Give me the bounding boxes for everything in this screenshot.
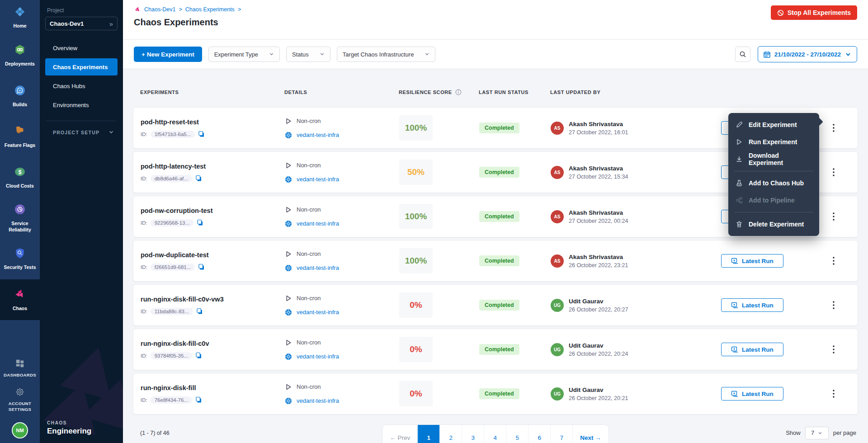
status-filter[interactable]: Status [286, 47, 330, 62]
infrastructure-link[interactable]: vedant-test-infra [297, 176, 339, 183]
details-cell: Non-cron vedant-test-infra [285, 118, 399, 139]
row-menu-button[interactable] [827, 210, 840, 223]
date-range-picker[interactable]: 21/10/2022 - 27/10/2022 [758, 46, 857, 62]
copy-id-button[interactable] [195, 396, 202, 403]
page-button-3[interactable]: 3 [462, 425, 484, 443]
breadcrumb-link-project[interactable]: Chaos-Dev1 [144, 6, 175, 13]
status-badge: Completed [479, 300, 519, 311]
row-menu-button[interactable] [827, 343, 840, 356]
experiment-name[interactable]: run-nginx-disk-fill-c0v [141, 340, 285, 347]
next-page-button[interactable]: Next → [572, 425, 609, 443]
experiment-name[interactable]: run-nginx-disk-fill [141, 384, 285, 391]
infrastructure-link[interactable]: vedant-test-infra [297, 264, 339, 271]
details-cell: Non-cron vedant-test-infra [285, 339, 399, 360]
row-menu-button[interactable] [827, 254, 840, 268]
copy-id-button[interactable] [198, 264, 205, 270]
toolbar-right: 21/10/2022 - 27/10/2022 [735, 46, 857, 62]
sidebar-item-environments[interactable]: Environments [45, 96, 118, 113]
sidebar-item-service-reliability[interactable]: Service Reliability [0, 198, 40, 239]
score-box: 100% [399, 115, 433, 141]
new-experiment-button[interactable]: + New Experiment [134, 47, 202, 62]
page-button-4[interactable]: 4 [484, 425, 506, 443]
infrastructure-link[interactable]: vedant-test-infra [297, 220, 339, 227]
infrastructure-link[interactable]: vedant-test-infra [297, 353, 339, 360]
menu-item-download-experiment[interactable]: Download Experiment [728, 151, 819, 168]
updated-timestamp: 26 October 2022, 20:24 [569, 351, 628, 357]
page-button-6[interactable]: 6 [528, 425, 550, 443]
latest-run-button[interactable]: Latest Run [721, 387, 783, 401]
menu-item-add-to-chaos-hub[interactable]: Add to Chaos Hub [728, 174, 819, 192]
table-row[interactable]: run-nginx-disk-fill-c0v ID: 93784f05-35.… [133, 329, 858, 370]
kubernetes-icon [285, 309, 292, 316]
copy-id-button[interactable] [196, 308, 203, 315]
latest-run-button[interactable]: Latest Run [721, 298, 783, 312]
page-button-1[interactable]: 1 [417, 425, 439, 443]
latest-run-button[interactable]: Latest Run [721, 254, 783, 268]
menu-item-delete-experiment[interactable]: Delete Experiment [728, 216, 819, 233]
latest-run-button[interactable]: Latest Run [721, 343, 783, 356]
user-name: Akash Shrivastava [569, 254, 628, 260]
stop-all-experiments-button[interactable]: Stop All Experiments [771, 5, 857, 20]
sidebar-item-chaos-hubs[interactable]: Chaos Hubs [45, 77, 118, 94]
breadcrumb-link-chaos-experiments[interactable]: Chaos Experiments [185, 6, 235, 13]
info-icon[interactable] [455, 89, 462, 95]
copy-id-button[interactable] [198, 131, 205, 137]
resilience-score-value: 100% [405, 256, 427, 266]
page-button-7[interactable]: 7 [550, 425, 572, 443]
copy-icon [196, 308, 203, 315]
infrastructure-link[interactable]: vedant-test-infra [297, 309, 339, 316]
sidebar-item-cloud-costs[interactable]: $ Cloud Costs [0, 157, 40, 198]
row-menu-button[interactable] [827, 121, 840, 135]
expand-panel-icon[interactable]: » [109, 20, 113, 27]
page-size-select[interactable]: 7 [805, 427, 829, 439]
table-row[interactable]: pod-nw-duplicate-test ID: f26651d9-681..… [133, 240, 858, 282]
prev-page-button[interactable]: ← Prev [382, 425, 417, 443]
table-row[interactable]: run-nginx-disk-fill ID: 76e8f434-76... N… [133, 373, 858, 415]
sidebar-item-chaos-experiments[interactable]: Chaos Experiments [45, 58, 118, 75]
sidebar-item-home[interactable]: Home [0, 0, 40, 35]
sidebar-item-deployments[interactable]: Deployments [0, 35, 40, 76]
status-badge: Completed [479, 167, 519, 178]
user-name: Udit Gaurav [569, 298, 628, 305]
target-infrastructure-filter[interactable]: Target Chaos Infrastructure [337, 47, 436, 62]
experiment-name[interactable]: pod-nw-corruption-test [141, 207, 285, 214]
copy-id-button[interactable] [195, 175, 202, 182]
copy-id-button[interactable] [197, 219, 203, 226]
resilience-score-value: 0% [410, 389, 422, 399]
kubernetes-icon [285, 397, 292, 405]
experiment-type-filter[interactable]: Experiment Type [208, 47, 280, 62]
menu-item-run-experiment[interactable]: Run Experiment [728, 133, 819, 151]
schedule-type: Non-cron [297, 118, 321, 124]
menu-item-label: Add to Chaos Hub [749, 179, 804, 187]
copy-id-button[interactable] [195, 352, 202, 359]
table-row[interactable]: run-nginx-disk-fill-c0v-vw3 ID: 11bda88c… [133, 284, 858, 326]
sidebar-item-account-settings[interactable]: ACCOUNT SETTINGS [0, 382, 40, 417]
row-menu-button[interactable] [827, 387, 840, 401]
project-setup-toggle[interactable]: PROJECT SETUP [45, 127, 118, 137]
sidebar-item-security-tests[interactable]: Security Tests [0, 239, 40, 279]
infrastructure-link[interactable]: vedant-test-infra [297, 397, 339, 404]
column-header-details: DETAILS [284, 90, 399, 95]
project-selector[interactable]: Chaos-Dev1 » [45, 17, 118, 30]
sidebar-item-dashboards[interactable]: DASHBOARDS [2, 354, 38, 382]
user-avatar[interactable]: NM [12, 422, 28, 438]
experiment-name[interactable]: run-nginx-disk-fill-c0v-vw3 [141, 296, 285, 303]
status-cell: Completed [479, 388, 551, 399]
row-menu-button[interactable] [827, 298, 840, 312]
infrastructure-link[interactable]: vedant-test-infra [297, 132, 339, 138]
sidebar-item-builds[interactable]: Builds [0, 76, 40, 117]
search-button[interactable] [735, 47, 750, 62]
page-button-2[interactable]: 2 [439, 425, 462, 443]
sidebar-item-overview[interactable]: Overview [45, 39, 118, 57]
experiment-name[interactable]: pod-nw-duplicate-test [141, 251, 285, 259]
menu-item-add-to-pipeline: Add to Pipeline [728, 192, 819, 209]
menu-item-edit-experiment[interactable]: Edit Experiment [728, 116, 819, 133]
row-menu-button[interactable] [827, 165, 840, 179]
sidebar-item-chaos[interactable]: Chaos [0, 279, 40, 320]
page-button-5[interactable]: 5 [506, 425, 528, 443]
experiment-name[interactable]: pod-http-latency-test [141, 163, 285, 170]
chevron-down-icon [845, 51, 851, 57]
experiment-name[interactable]: pod-http-reset-test [141, 118, 285, 126]
experiment-cell: run-nginx-disk-fill-c0v-vw3 ID: 11bda88c… [141, 296, 285, 315]
sidebar-item-feature-flags[interactable]: Feature Flags [0, 117, 40, 157]
